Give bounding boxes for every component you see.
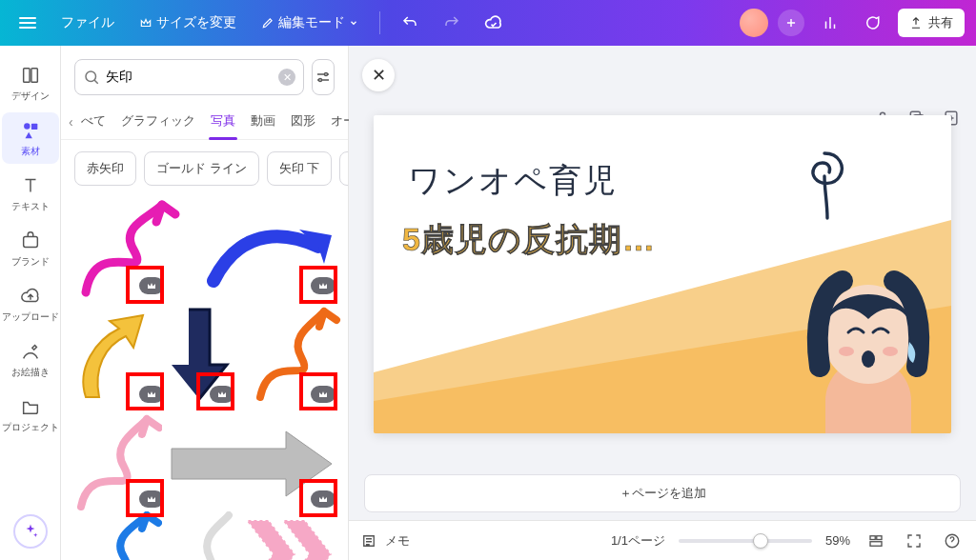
nav-text[interactable]: テキスト <box>2 168 59 219</box>
nav-label: デザイン <box>11 90 50 103</box>
clear-search-button[interactable]: ✕ <box>278 69 295 86</box>
nav-label: 素材 <box>21 145 40 158</box>
tab-photo[interactable]: 写真 <box>203 105 243 139</box>
search-input[interactable] <box>106 70 273 85</box>
close-panel-button[interactable]: ✕ <box>362 59 395 91</box>
footer-bar: メモ 1/1ページ 59% <box>349 520 976 560</box>
svg-rect-3 <box>30 123 36 129</box>
results-area <box>61 197 348 560</box>
result-item[interactable] <box>67 511 162 560</box>
file-menu[interactable]: ファイル <box>53 9 122 37</box>
chevron-down-icon <box>349 18 358 28</box>
blue-swirl-arrow-icon <box>67 511 162 560</box>
canvas-text-1[interactable]: ワンオペ育児 <box>408 159 618 203</box>
nav-projects[interactable]: プロジェクト <box>2 389 59 440</box>
pink-chevron-arrow-icon <box>242 516 337 560</box>
chip[interactable]: 赤矢印 <box>74 151 136 186</box>
resize-label: サイズを変更 <box>156 14 236 31</box>
svg-point-6 <box>325 73 328 76</box>
menu-button[interactable] <box>11 7 44 39</box>
zoom-value[interactable]: 59% <box>825 533 850 548</box>
grid-view-button[interactable] <box>864 529 888 553</box>
nav-elements[interactable]: 素材 <box>2 112 59 164</box>
analytics-button[interactable] <box>814 7 846 39</box>
plus-icon <box>784 16 798 30</box>
magic-button[interactable] <box>13 514 48 549</box>
user-avatar[interactable] <box>740 9 768 37</box>
redo-button[interactable] <box>436 7 468 39</box>
edit-mode-menu[interactable]: 編集モード <box>254 9 366 37</box>
cloud-sync-button[interactable] <box>478 7 510 39</box>
svg-rect-16 <box>870 535 875 539</box>
notes-label: メモ <box>385 532 410 550</box>
add-collaborator-button[interactable] <box>778 10 804 36</box>
chip[interactable]: ゴー <box>339 151 348 186</box>
shapes-icon <box>19 119 42 142</box>
undo-button[interactable] <box>394 7 426 39</box>
nav-label: プロジェクト <box>2 421 59 434</box>
category-tabs: ‹ べて グラフィック 写真 動画 図形 オー › <box>61 105 348 140</box>
tab-video[interactable]: 動画 <box>243 105 283 139</box>
search-settings-button[interactable] <box>312 59 335 95</box>
redo-icon <box>443 14 460 31</box>
nav-upload[interactable]: アップロード <box>2 278 59 330</box>
highlight-box <box>299 372 337 410</box>
svg-point-14 <box>839 347 854 356</box>
suggestion-chips: 赤矢印 ゴールド ライン 矢印 下 ゴー <box>61 140 348 197</box>
highlight-box <box>126 372 164 410</box>
result-item[interactable] <box>242 516 337 560</box>
notes-button[interactable]: メモ <box>360 532 410 550</box>
expand-icon <box>905 532 923 550</box>
notes-icon <box>360 532 377 550</box>
nav-label: アップロード <box>2 310 59 324</box>
share-button[interactable]: 共有 <box>898 9 965 37</box>
chip[interactable]: ゴールド ライン <box>144 151 259 186</box>
svg-point-5 <box>86 71 96 82</box>
resize-menu[interactable]: サイズを変更 <box>132 9 244 37</box>
svg-rect-18 <box>870 541 882 546</box>
bar-chart-icon <box>822 14 839 31</box>
add-page-bar[interactable]: ＋ページを追加 <box>364 474 961 512</box>
pencil-icon <box>261 16 274 30</box>
svg-point-7 <box>319 79 322 82</box>
svg-rect-17 <box>877 535 882 539</box>
hamburger-icon <box>19 14 36 31</box>
templates-icon <box>19 64 42 87</box>
design-canvas[interactable]: ワンオペ育児 5歳児の反抗期… <box>374 115 951 433</box>
divider <box>379 11 380 34</box>
help-button[interactable] <box>940 529 965 553</box>
draw-icon <box>19 340 42 363</box>
nav-draw[interactable]: お絵描き <box>2 333 59 385</box>
tab-all[interactable]: べて <box>73 105 113 139</box>
nav-label: ブランド <box>11 255 50 269</box>
page-indicator[interactable]: 1/1ページ <box>611 532 665 550</box>
left-nav: デザイン 素材 テキスト ブランド アップロード お絵描き プロジェクト <box>0 46 61 560</box>
sparkle-icon <box>22 523 39 540</box>
canvas-text-2[interactable]: 5歳児の反抗期… <box>402 218 656 262</box>
undo-icon <box>401 14 418 31</box>
nav-brand[interactable]: ブランド <box>2 223 59 274</box>
nav-design[interactable]: デザイン <box>2 57 59 109</box>
comments-button[interactable] <box>856 7 888 39</box>
highlight-box <box>196 372 234 410</box>
tab-shape[interactable]: 図形 <box>283 105 323 139</box>
tab-graphic[interactable]: グラフィック <box>113 105 203 139</box>
search-box[interactable]: ✕ <box>74 59 304 95</box>
chip[interactable]: 矢印 下 <box>267 151 333 186</box>
edit-mode-label: 編集モード <box>278 14 345 31</box>
highlight-box <box>126 266 164 304</box>
zoom-thumb[interactable] <box>753 533 768 549</box>
text-icon <box>19 174 42 197</box>
result-item[interactable] <box>164 511 240 560</box>
highlight-box <box>299 266 337 304</box>
help-icon <box>944 532 961 550</box>
crown-icon <box>139 16 152 30</box>
svg-point-13 <box>862 350 875 368</box>
svg-rect-1 <box>30 68 36 82</box>
elements-panel: ✕ ‹ べて グラフィック 写真 動画 図形 オー › 赤矢印 ゴールド ライン… <box>61 46 349 560</box>
fullscreen-button[interactable] <box>902 529 926 553</box>
grid-icon <box>867 532 884 550</box>
zoom-slider[interactable] <box>679 539 812 543</box>
comment-icon <box>864 14 881 31</box>
grey-swirl-arrow-icon <box>164 511 240 560</box>
